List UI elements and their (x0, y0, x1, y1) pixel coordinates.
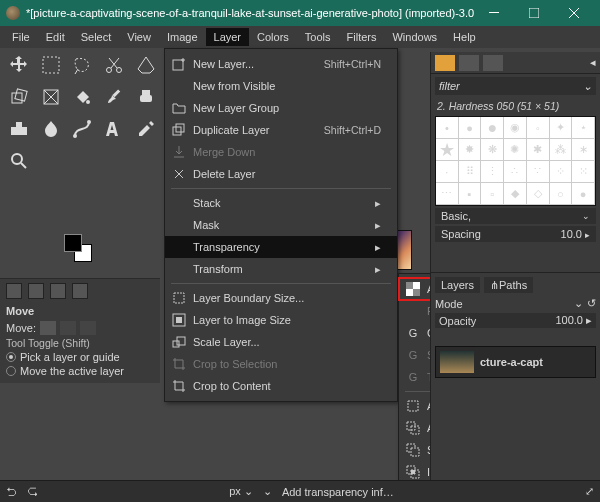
layer-name: cture-a-capt (480, 356, 543, 368)
menu-layer[interactable]: Layer (206, 28, 250, 46)
tool-rotate[interactable] (6, 84, 32, 110)
brush-grid[interactable]: •●●◉◦✦⋆ ★✸❋✺✱⁂∗ ·⠿⋮∴∵⁘⁙ ⋯▪▫◆◇○● (435, 116, 596, 206)
menu-file[interactable]: File (4, 28, 38, 46)
menu-filters[interactable]: Filters (339, 28, 385, 46)
status-bar: ⮌ ⮎ px ⌄ ⌄ Add transparency inf… ⤢ (0, 480, 600, 502)
move-layer-icon[interactable] (40, 321, 56, 335)
menu-tools[interactable]: Tools (297, 28, 339, 46)
brush-spacing-row[interactable]: Spacing10.0 ▸ (435, 226, 596, 242)
tool-text[interactable] (101, 116, 127, 142)
tab-paths[interactable]: ⋔Paths (484, 277, 533, 293)
fonts-tab-icon[interactable] (483, 55, 503, 71)
layer-menu: New Layer...Shift+Ctrl+N New from Visibl… (164, 48, 398, 402)
brushes-tabs[interactable]: ◂ (431, 52, 600, 74)
menu-transparency[interactable]: Transparency▸ (165, 236, 397, 258)
sel-sub-icon (405, 442, 421, 458)
tool-zoom[interactable] (6, 148, 32, 174)
menu-view[interactable]: View (119, 28, 159, 46)
move-sel-icon[interactable] (60, 321, 76, 335)
menu-crop-content[interactable]: Crop to Content (165, 375, 397, 397)
menu-mask[interactable]: Mask▸ (165, 214, 397, 236)
tab-layers[interactable]: Layers (435, 277, 480, 293)
svg-rect-1 (529, 8, 539, 18)
sel-add-icon (405, 420, 421, 436)
crop-icon (171, 356, 187, 372)
svg-rect-8 (15, 89, 27, 101)
dock-tabs[interactable] (6, 283, 154, 299)
svg-point-6 (117, 68, 122, 73)
close-button[interactable] (554, 0, 594, 26)
tool-smudge[interactable] (38, 116, 64, 142)
brush-basic-row[interactable]: Basic,⌄ (435, 208, 596, 224)
menu-crop-selection[interactable]: Crop to Selection (165, 353, 397, 375)
menu-stack[interactable]: Stack▸ (165, 192, 397, 214)
menu-new-layer[interactable]: New Layer...Shift+Ctrl+N (165, 53, 397, 75)
minimize-button[interactable] (474, 0, 514, 26)
tool-clone[interactable] (6, 116, 32, 142)
zoom-selector[interactable]: ⌄ (263, 485, 272, 498)
nav-corner-icon[interactable]: ⤢ (585, 485, 594, 498)
gegl-icon: G (405, 325, 421, 341)
menu-scale-layer[interactable]: Scale Layer... (165, 331, 397, 353)
svg-point-18 (12, 154, 22, 164)
crop-icon (171, 378, 187, 394)
boundary-icon (171, 290, 187, 306)
menu-new-layer-group[interactable]: New Layer Group (165, 97, 397, 119)
fg-bg-colors[interactable] (64, 234, 94, 264)
tool-path[interactable] (70, 116, 96, 142)
nav-left-icon[interactable]: ⮌ (6, 486, 17, 498)
menu-boundary-size[interactable]: Layer Boundary Size... (165, 287, 397, 309)
fg-color-swatch[interactable] (64, 234, 82, 252)
tool-warp[interactable] (38, 84, 64, 110)
tool-options-title: Move (6, 305, 154, 317)
tool-bucket[interactable] (70, 84, 96, 110)
tool-free-select[interactable] (70, 52, 96, 78)
brush-filter-input[interactable]: filter⌄ (435, 77, 596, 95)
svg-rect-34 (411, 448, 419, 456)
menu-transform[interactable]: Transform▸ (165, 258, 397, 280)
menu-duplicate-layer[interactable]: Duplicate LayerShift+Ctrl+D (165, 119, 397, 141)
duplicate-icon (171, 122, 187, 138)
layer-mode-row[interactable]: Mode⌄↺ (435, 297, 596, 310)
unit-selector[interactable]: px ⌄ (229, 485, 253, 498)
titlebar: *[picture-a-captivating-scene-of-a-tranq… (0, 0, 600, 26)
checker-icon (405, 281, 421, 297)
layer-thumbnail (440, 351, 474, 373)
menu-colors[interactable]: Colors (249, 28, 297, 46)
menu-delete-layer[interactable]: Delete Layer (165, 163, 397, 185)
tool-scissors[interactable] (101, 52, 127, 78)
sel-replace-icon (405, 398, 421, 414)
window-title: *[picture-a-captivating-scene-of-a-tranq… (26, 7, 474, 19)
menu-windows[interactable]: Windows (384, 28, 445, 46)
tool-picker[interactable] (133, 116, 159, 142)
tool-eraser[interactable] (133, 84, 159, 110)
menu-image[interactable]: Image (159, 28, 206, 46)
layer-row[interactable]: cture-a-capt (435, 346, 596, 378)
patterns-tab-icon[interactable] (459, 55, 479, 71)
menu-help[interactable]: Help (445, 28, 484, 46)
merge-down-icon (171, 144, 187, 160)
menu-merge-down[interactable]: Merge Down (165, 141, 397, 163)
svg-rect-11 (113, 89, 121, 97)
svg-rect-22 (174, 293, 184, 303)
svg-rect-15 (16, 122, 22, 127)
tool-rect-select[interactable] (38, 52, 64, 78)
tool-paint[interactable] (101, 84, 127, 110)
brushes-tab-icon[interactable] (435, 55, 455, 71)
svg-rect-37 (411, 470, 415, 474)
menu-new-from-visible[interactable]: New from Visible (165, 75, 397, 97)
maximize-button[interactable] (514, 0, 554, 26)
layer-opacity-row[interactable]: Opacity100.0 ▸ (435, 313, 596, 328)
tool-move[interactable] (6, 52, 32, 78)
dock-menu-icon[interactable]: ◂ (590, 56, 596, 69)
svg-rect-30 (408, 401, 418, 411)
menu-edit[interactable]: Edit (38, 28, 73, 46)
menu-layer-to-image[interactable]: Layer to Image Size (165, 309, 397, 331)
app-logo (6, 6, 20, 20)
move-opt-active[interactable]: Move the active layer (6, 365, 154, 377)
tool-crop[interactable] (133, 52, 159, 78)
move-path-icon[interactable] (80, 321, 96, 335)
move-opt-pick[interactable]: Pick a layer or guide (6, 351, 154, 363)
nav-right-icon[interactable]: ⮎ (27, 486, 38, 498)
menu-select[interactable]: Select (73, 28, 120, 46)
